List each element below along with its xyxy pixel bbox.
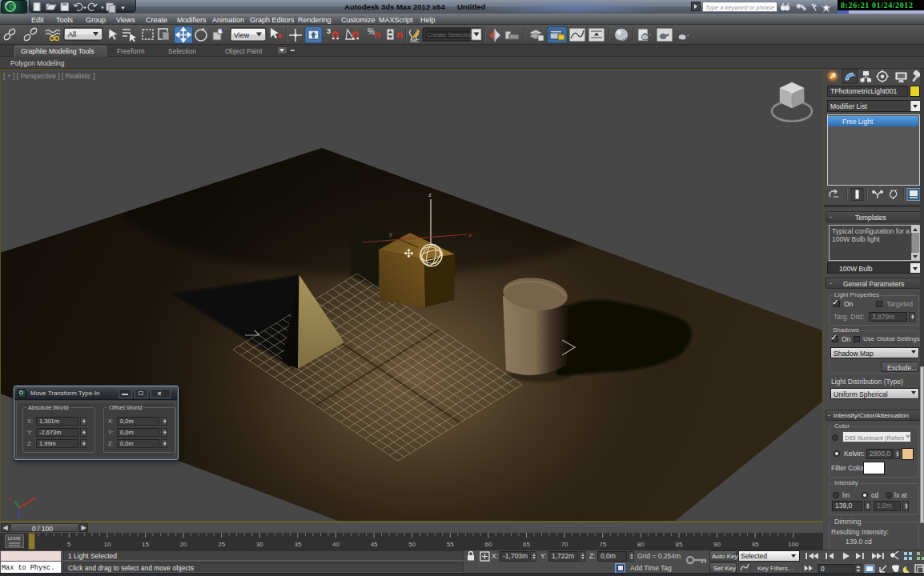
svg-text:70: 70 (561, 541, 568, 548)
svg-text:20: 20 (180, 541, 187, 548)
svg-text:0: 0 (821, 565, 825, 573)
svg-text:z: z (428, 191, 432, 198)
svg-text:All: All (68, 30, 76, 38)
svg-text:10: 10 (103, 541, 110, 548)
svg-text:25: 25 (218, 541, 225, 548)
svg-text:45: 45 (371, 541, 378, 548)
svg-text:100: 100 (788, 541, 799, 548)
svg-text:30: 30 (256, 541, 263, 548)
svg-text:15: 15 (142, 541, 149, 548)
svg-text:x: x (8, 495, 11, 502)
svg-text:65: 65 (523, 541, 530, 548)
svg-text:85: 85 (675, 541, 682, 548)
svg-text:3: 3 (327, 27, 331, 35)
svg-text:35: 35 (294, 541, 301, 548)
svg-text:12345: 12345 (7, 536, 21, 541)
svg-text:40: 40 (332, 541, 339, 548)
svg-text:[ + ] [ Perspective ] [ Realis: [ + ] [ Perspective ] [ Realistic ] (3, 72, 95, 80)
svg-text:55: 55 (447, 541, 454, 548)
svg-text:90: 90 (713, 541, 721, 548)
svg-text:x: x (468, 231, 472, 238)
svg-text:60: 60 (484, 541, 492, 548)
svg-text:View: View (234, 31, 250, 39)
svg-text:50: 50 (408, 541, 416, 548)
svg-text:75: 75 (599, 541, 606, 548)
svg-text:y: y (389, 230, 392, 238)
svg-text:5: 5 (67, 541, 71, 548)
svg-text:ABC: ABC (410, 38, 419, 43)
svg-text:95: 95 (752, 541, 759, 548)
svg-text:%: % (368, 27, 375, 36)
svg-text:80: 80 (637, 541, 645, 548)
